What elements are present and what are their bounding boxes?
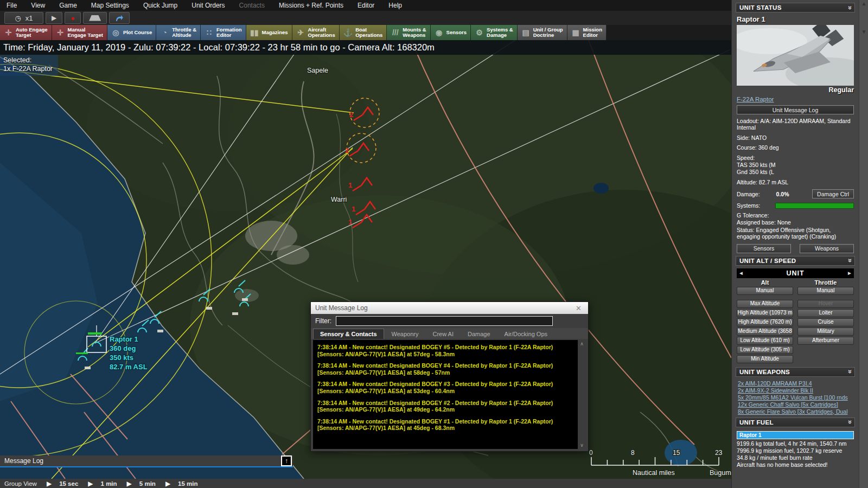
unit-type-link[interactable]: F-22A Raptor bbox=[737, 96, 774, 102]
alt-medium-3658-button[interactable]: Medium Altitude (3658 bbox=[737, 328, 793, 336]
nav-left-icon[interactable]: ◄ bbox=[737, 270, 745, 276]
unit-weapons-header[interactable]: UNIT WEAPONS « bbox=[736, 367, 855, 377]
time-step-5min[interactable]: 5 min bbox=[139, 480, 156, 487]
alt-high-7620-button[interactable]: High Altitude (7620 m) bbox=[737, 318, 793, 326]
sensors-button[interactable]: ◉Sensors bbox=[431, 25, 471, 40]
fuel-selected-unit[interactable]: Raptor 1 bbox=[737, 431, 854, 439]
collapse-icon[interactable]: « bbox=[845, 420, 853, 424]
collapse-icon[interactable]: « bbox=[845, 259, 853, 262]
sensors-panel-button[interactable]: Sensors bbox=[737, 244, 791, 253]
unit-status-header[interactable]: UNIT STATUS « bbox=[736, 3, 855, 12]
tab-crew-ai[interactable]: Crew AI bbox=[426, 329, 460, 339]
scroll-down-icon[interactable]: ▼ bbox=[859, 28, 868, 36]
damage-ctrl-button[interactable]: Damage Ctrl bbox=[812, 189, 854, 198]
alt-manual-button[interactable]: Manual bbox=[737, 287, 793, 295]
menu-unit-orders[interactable]: Unit Orders bbox=[192, 2, 225, 9]
collapse-icon[interactable]: « bbox=[845, 370, 853, 374]
systems-label: Systems: bbox=[737, 202, 760, 209]
throttle-altitude-button[interactable]: ◔Throttle &Altitude bbox=[156, 25, 201, 40]
throttle-military-button[interactable]: Military bbox=[797, 328, 854, 336]
place-label-sapele: Sapele bbox=[307, 67, 328, 74]
menu-view[interactable]: View bbox=[31, 2, 45, 9]
dialog-title: Unit Message Log bbox=[315, 304, 573, 312]
menu-map-settings[interactable]: Map Settings bbox=[91, 2, 129, 9]
alt-high-10973-button[interactable]: High Altitude (10973 m bbox=[737, 309, 793, 317]
formation-editor-button[interactable]: ∷FormationEditor bbox=[201, 25, 246, 40]
command-modern-operations-window: File View Game Map Settings Quick Jump U… bbox=[0, 0, 868, 488]
mission-editor-icon: ▦ bbox=[571, 28, 580, 37]
map-projection-icon bbox=[89, 15, 101, 21]
throttle-loiter-button[interactable]: Loiter bbox=[797, 309, 854, 317]
boat-operations-button[interactable]: ⚓BoatOperations bbox=[340, 25, 387, 40]
throttle-manual-button[interactable]: Manual bbox=[797, 287, 854, 295]
collapse-icon[interactable]: « bbox=[845, 5, 853, 9]
menu-help[interactable]: Help bbox=[388, 2, 402, 9]
speed-tas: TAS 350 kts (M bbox=[737, 162, 854, 168]
throttle-afterburner-button[interactable]: Afterburner bbox=[797, 337, 854, 345]
aircraft-operations-button[interactable]: ✈AircraftOperations bbox=[292, 25, 340, 40]
message-list-scrollbar[interactable]: ∧ ∨ bbox=[578, 340, 586, 449]
close-icon[interactable]: ✕ bbox=[573, 304, 584, 312]
unit-message-log-button[interactable]: Unit Message Log bbox=[737, 105, 854, 114]
fuel-warning-line: Aircraft has no home base selected! bbox=[737, 461, 854, 468]
time-compression-button[interactable]: ◷ x1 bbox=[4, 12, 43, 24]
tab-weaponry[interactable]: Weaponry bbox=[385, 329, 425, 339]
weapon-link[interactable]: 5x 20mm/85 M61A2 Vulcan Burst [100 rnds bbox=[738, 394, 853, 401]
alt-column-header: Alt bbox=[737, 279, 793, 286]
menubar: File View Game Map Settings Quick Jump U… bbox=[0, 0, 731, 11]
menu-missions-ref-points[interactable]: Missions + Ref. Points bbox=[279, 2, 343, 9]
alt-max-button[interactable]: Max Altitude bbox=[737, 300, 793, 308]
weapon-link[interactable]: 12x Generic Chaff Salvo [5x Cartridges] bbox=[738, 401, 853, 408]
scroll-up-icon[interactable]: ∧ bbox=[580, 340, 584, 348]
expand-message-log-button[interactable]: ↑ bbox=[281, 455, 292, 466]
plot-course-button[interactable]: ◎Plot Course bbox=[107, 25, 156, 40]
menu-editor[interactable]: Editor bbox=[358, 2, 374, 9]
message-list[interactable]: 7:38:14 AM - New contact! Designated BOG… bbox=[313, 340, 586, 449]
weapon-link[interactable]: 2x AIM-9X-2 Sidewinder Blk II bbox=[738, 387, 853, 394]
mounts-weapons-button[interactable]: ///Mounts &Weapons bbox=[387, 25, 430, 40]
weapon-link[interactable]: 8x Generic Flare Salvo [3x Cartridges, D… bbox=[738, 408, 853, 415]
scroll-up-icon[interactable]: ▲ bbox=[859, 0, 868, 8]
weapons-panel-button[interactable]: Weapons bbox=[800, 244, 854, 253]
mission-editor-button[interactable]: ▦MissionEditor bbox=[567, 25, 607, 40]
sidebar-scrollbar[interactable]: ▲ ▼ bbox=[859, 0, 868, 488]
play-icon: ▶ bbox=[52, 14, 56, 22]
alt-min-button[interactable]: Min Altitude bbox=[737, 355, 793, 363]
tab-air-docking-ops[interactable]: Air/Docking Ops bbox=[498, 329, 554, 339]
unit-message-log-dialog[interactable]: Unit Message Log ✕ Filter: Sensory & Con… bbox=[310, 301, 589, 452]
menu-file[interactable]: File bbox=[7, 2, 17, 9]
throttle-cruise-button[interactable]: Cruise bbox=[797, 318, 854, 326]
time-step-15min[interactable]: 15 min bbox=[178, 480, 197, 487]
time-step-15sec[interactable]: 15 sec bbox=[59, 480, 78, 487]
engage-target-icon: ✛ bbox=[56, 28, 65, 37]
alt-low-610-button[interactable]: Low Altitude (610 m) bbox=[737, 337, 793, 345]
alt-low-305-button[interactable]: Low Altitude (305 m) bbox=[737, 346, 793, 354]
unit-group-doctrine-button[interactable]: ▤Unit / GroupDoctrine bbox=[518, 25, 567, 40]
unit-alt-speed-header[interactable]: UNIT ALT / SPEED « bbox=[736, 256, 855, 266]
magazines-button[interactable]: ▮▮Magazines bbox=[246, 25, 292, 40]
course-text: Course: 360 deg bbox=[737, 144, 854, 151]
tab-damage[interactable]: Damage bbox=[461, 329, 497, 339]
unit-nav-label: UNIT bbox=[745, 269, 845, 277]
group-view-toggle[interactable]: Group View bbox=[0, 480, 37, 487]
nav-right-icon[interactable]: ► bbox=[845, 270, 854, 276]
filter-input[interactable] bbox=[336, 316, 553, 326]
manual-engage-target-button[interactable]: ✛ManualEngage Target bbox=[52, 25, 107, 40]
menu-quick-jump[interactable]: Quick Jump bbox=[143, 2, 177, 9]
message-log-bar[interactable]: Message Log ↑ bbox=[0, 455, 293, 467]
map-layers-button[interactable] bbox=[83, 12, 107, 24]
radar-icon: ◉ bbox=[435, 28, 444, 37]
tab-sensory-contacts[interactable]: Sensory & Contacts bbox=[313, 329, 384, 339]
auto-engage-target-button[interactable]: ✛Auto EngageTarget bbox=[0, 25, 52, 40]
message-entry: 7:38:14 AM - New contact! Designated BOG… bbox=[317, 344, 574, 357]
menu-game[interactable]: Game bbox=[59, 2, 77, 9]
record-button[interactable]: ● bbox=[65, 12, 81, 24]
scroll-down-icon[interactable]: ∨ bbox=[580, 441, 584, 449]
play-button[interactable]: ▶ bbox=[46, 12, 62, 24]
weapon-link[interactable]: 2x AIM-120D AMRAAM P3I.4 bbox=[738, 380, 853, 387]
jump-bookmark-button[interactable] bbox=[109, 12, 130, 24]
time-step-1min[interactable]: 1 min bbox=[101, 480, 117, 487]
dialog-titlebar[interactable]: Unit Message Log ✕ bbox=[311, 302, 588, 314]
systems-damage-button[interactable]: ⚙Systems &Damage bbox=[471, 25, 518, 40]
unit-fuel-header[interactable]: UNIT FUEL « bbox=[736, 418, 855, 427]
